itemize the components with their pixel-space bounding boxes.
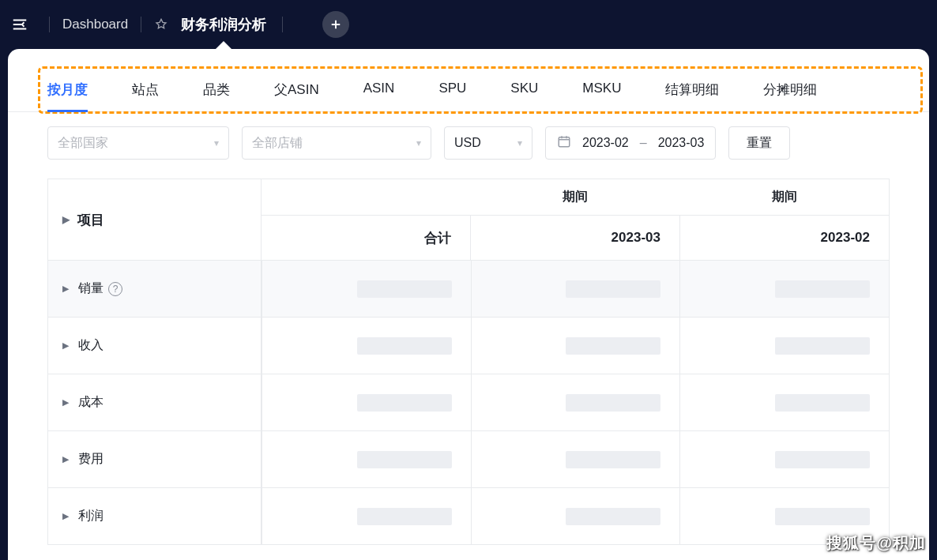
tab-settlement-detail[interactable]: 结算明细 [665, 70, 719, 111]
cell [679, 261, 889, 317]
country-select[interactable]: 全部国家 ▾ [47, 126, 229, 160]
tab-allocation-detail[interactable]: 分摊明细 [763, 70, 817, 111]
skeleton [566, 337, 660, 355]
table-header: ▶ 项目 期间 期间 合计 2023-03 2023-02 [48, 179, 889, 261]
chevron-down-icon: ▾ [416, 137, 421, 148]
cell [471, 318, 680, 374]
help-icon[interactable]: ? [108, 282, 122, 296]
topbar: Dashboard 财务利润分析 [0, 0, 937, 49]
cell [679, 374, 889, 430]
pin-icon[interactable] [154, 17, 168, 32]
filters: 全部国家 ▾ 全部店铺 ▾ USD ▾ 2023-02 – 2023-03 重置 [8, 112, 929, 174]
separator [49, 17, 50, 32]
date-to: 2023-03 [658, 136, 705, 150]
cell [471, 261, 680, 317]
cell [262, 431, 471, 487]
cell [262, 374, 471, 430]
caret-right-icon: ▶ [62, 397, 69, 408]
caret-right-icon: ▶ [62, 454, 69, 464]
cell [679, 318, 889, 374]
skeleton [566, 451, 660, 468]
skeleton [775, 508, 870, 525]
skeleton [566, 508, 660, 525]
period-header: 期间 [679, 179, 889, 215]
tab-parent-asin[interactable]: 父ASIN [274, 70, 319, 111]
tab-category[interactable]: 品类 [203, 70, 230, 111]
col-2023-02[interactable]: 2023-02 [679, 216, 889, 260]
watermark: 搜狐号@积加 [826, 532, 926, 554]
chevron-down-icon: ▾ [517, 137, 522, 148]
skeleton [357, 508, 452, 525]
caret-right-icon: ▶ [62, 340, 69, 351]
cell [679, 431, 889, 487]
row-label: 费用 [78, 451, 103, 468]
page-title: 财务利润分析 [173, 15, 274, 34]
row-header-label: 项目 [77, 211, 104, 229]
tab-asin[interactable]: ASIN [363, 70, 395, 111]
row-label-cell[interactable]: ▶ 销量 ? [48, 261, 262, 317]
breadcrumb-dashboard[interactable]: Dashboard [58, 17, 133, 32]
separator [282, 17, 283, 32]
skeleton [775, 394, 870, 412]
skeleton [775, 337, 870, 355]
store-select[interactable]: 全部店铺 ▾ [242, 126, 431, 160]
reset-button[interactable]: 重置 [728, 126, 790, 160]
skeleton [566, 394, 660, 412]
date-from: 2023-02 [582, 136, 629, 150]
data-table: ▶ 项目 期间 期间 合计 2023-03 2023-02 ▶ 销量 [47, 179, 890, 545]
table-row: ▶ 费用 [48, 431, 889, 488]
tabs: 按月度 站点 品类 父ASIN ASIN SPU SKU MSKU 结算明细 分… [8, 70, 929, 112]
row-label: 利润 [78, 508, 103, 524]
date-range-picker[interactable]: 2023-02 – 2023-03 [545, 126, 716, 160]
add-tab-button[interactable] [322, 11, 349, 38]
row-header-cell[interactable]: ▶ 项目 [48, 179, 262, 260]
row-label: 销量 [78, 280, 103, 297]
skeleton [357, 337, 452, 355]
cell [471, 431, 680, 487]
skeleton [357, 451, 452, 468]
svg-rect-0 [559, 137, 570, 147]
header-blank [262, 179, 471, 215]
skeleton [357, 394, 452, 412]
separator [141, 17, 141, 32]
tab-sku[interactable]: SKU [510, 70, 538, 111]
tab-site[interactable]: 站点 [132, 70, 159, 111]
col-total[interactable]: 合计 [262, 216, 470, 260]
table-row: ▶ 利润 [48, 488, 889, 545]
table-row: ▶ 收入 [48, 318, 889, 374]
cell [471, 374, 680, 430]
row-label: 成本 [78, 394, 103, 411]
skeleton [566, 280, 660, 298]
row-label-cell[interactable]: ▶ 成本 [48, 374, 262, 430]
currency-select-value: USD [454, 136, 481, 150]
col-2023-03[interactable]: 2023-03 [470, 216, 679, 260]
cell [262, 488, 471, 544]
skeleton [775, 280, 870, 298]
tab-msku[interactable]: MSKU [582, 70, 621, 111]
skeleton [775, 451, 870, 468]
row-label-cell[interactable]: ▶ 收入 [48, 318, 262, 374]
cell [262, 261, 471, 317]
caret-right-icon: ▶ [62, 284, 69, 294]
country-select-value: 全部国家 [58, 135, 108, 152]
tab-monthly[interactable]: 按月度 [47, 70, 88, 111]
row-label-cell[interactable]: ▶ 利润 [48, 488, 262, 544]
tab-spu[interactable]: SPU [438, 70, 466, 111]
currency-select[interactable]: USD ▾ [444, 126, 532, 160]
caret-right-icon: ▶ [62, 511, 69, 521]
date-separator: – [640, 136, 647, 150]
table-row: ▶ 销量 ? [48, 261, 889, 318]
period-header: 期间 [471, 179, 680, 215]
cell [262, 318, 471, 374]
calendar-icon [557, 134, 571, 152]
menu-collapse-icon[interactable] [8, 13, 32, 36]
chevron-down-icon: ▾ [214, 137, 219, 148]
table-row: ▶ 成本 [48, 374, 889, 431]
caret-right-icon: ▶ [62, 214, 70, 225]
content: 按月度 站点 品类 父ASIN ASIN SPU SKU MSKU 结算明细 分… [8, 49, 929, 560]
row-label: 收入 [78, 337, 103, 354]
row-label-cell[interactable]: ▶ 费用 [48, 431, 262, 487]
skeleton [357, 280, 452, 298]
cell [471, 488, 680, 544]
store-select-value: 全部店铺 [252, 135, 303, 152]
